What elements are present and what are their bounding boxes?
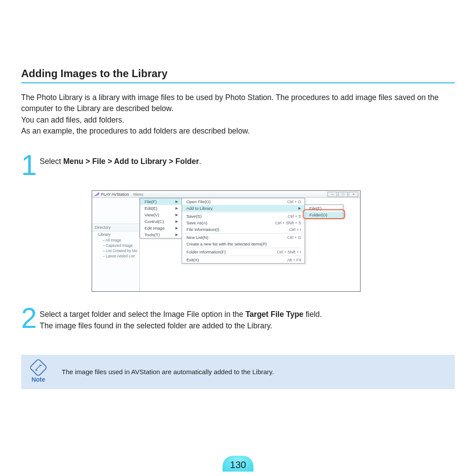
menu1-item-label: Edit(E) xyxy=(145,206,157,211)
submenu-arrow-icon: ▶ xyxy=(175,226,178,230)
menu2-item-label: Folder Information(F) xyxy=(186,249,226,254)
submenu-arrow-icon: ▶ xyxy=(175,233,178,237)
submenu-arrow-icon: ▶ xyxy=(175,213,178,217)
menu1-item-label: Control(C) xyxy=(145,219,164,224)
menu2-item-label: File Information(I) xyxy=(186,227,219,232)
sidebar: Directory Library – All Image – Captured… xyxy=(92,198,140,291)
menu-separator xyxy=(184,248,303,248)
menu1-view[interactable]: View(V)▶ xyxy=(140,212,182,218)
menu2-fileinfo[interactable]: File Information(I)Ctrl + I xyxy=(182,226,305,233)
app-title: PLAY AVStation xyxy=(101,192,129,197)
app-window: PLAY AVStation Menu — □ × Directory Libr… xyxy=(92,190,361,292)
step-2-body: Select a target folder and select the Im… xyxy=(40,306,455,332)
step-2-number: 2 xyxy=(21,306,40,332)
menu3-item-label: Folder(O) xyxy=(309,212,327,217)
menu-separator xyxy=(184,256,303,256)
sidebar-subitem[interactable]: – List Created by Me xyxy=(92,248,139,253)
menu2-folderinfo[interactable]: Folder Information(F)Ctrl + Shift + I xyxy=(182,249,305,255)
menu2-newlist[interactable]: New List(N)Ctrl + G xyxy=(182,234,305,241)
menu-separator xyxy=(184,233,303,234)
menu2-save[interactable]: Save(S)Ctrl + S xyxy=(182,213,305,219)
shortcut-label: Ctrl + Shift + I xyxy=(277,250,301,254)
note-box: Note The image files used in AVStation a… xyxy=(21,355,455,389)
shortcut-label: Ctrl + O xyxy=(287,200,301,204)
step-2-line1c: field. xyxy=(304,310,322,319)
menu2-createlist[interactable]: Create a new list with the selected item… xyxy=(182,241,305,247)
shortcut-label: Ctrl + Shift + S xyxy=(275,221,301,225)
window-min-button[interactable]: — xyxy=(327,192,337,197)
menu1-edit[interactable]: Edit(E)▶ xyxy=(140,205,182,212)
menu3-file[interactable]: File(F) xyxy=(305,205,343,212)
shortcut-label: Ctrl + S xyxy=(288,214,301,219)
step-2: 2 Select a target folder and select the … xyxy=(21,306,455,332)
section-title: Adding Images to the Library xyxy=(21,67,455,80)
menu-label[interactable]: Menu xyxy=(134,192,144,197)
intro-p2: You can add files, add folders. xyxy=(21,115,455,126)
note-icon xyxy=(29,358,48,376)
menu2-addtolibrary[interactable]: Add to Library▶ xyxy=(182,205,305,212)
menu1-tools[interactable]: Tools(T)▶ xyxy=(140,231,182,238)
submenu-arrow-icon: ▶ xyxy=(175,200,178,204)
step-2-line1b: Target File Type xyxy=(245,310,304,319)
menu1-item-label: Tools(T) xyxy=(145,232,160,237)
menu2-openfile[interactable]: Open File(O)Ctrl + O xyxy=(182,198,305,205)
note-text: The image files used in AVStation are au… xyxy=(62,368,274,376)
shortcut-label: Alt + F4 xyxy=(287,258,301,262)
app-logo-icon xyxy=(94,192,99,197)
submenu-arrow-icon: ▶ xyxy=(175,206,178,210)
menu1-editimage[interactable]: Edit Image▶ xyxy=(140,225,182,231)
sidebar-subitem[interactable]: – All Image xyxy=(92,238,139,243)
menu2-item-label: Create a new list with the selected item… xyxy=(186,242,267,246)
menu2-item-label: Save As(A) xyxy=(186,220,208,225)
note-label: Note xyxy=(31,376,45,383)
menu2-item-label: Exit(X) xyxy=(186,257,199,262)
intro-block: The Photo Library is a library with imag… xyxy=(21,92,455,137)
menu2-item-label: Save(S) xyxy=(186,214,201,219)
step-2-line2: The image files found in the selected fo… xyxy=(40,321,272,330)
menu1-item-label: File(F) xyxy=(145,199,156,204)
app-main-area: File(F)▶ Edit(E)▶ View(V)▶ Control(C)▶ E… xyxy=(140,198,360,291)
step-2-line1a: Select a target folder and select the Im… xyxy=(40,310,245,319)
titlebar: PLAY AVStation Menu — □ × xyxy=(92,191,360,198)
menu3-item-label: File(F) xyxy=(309,206,321,211)
shortcut-label: Ctrl + I xyxy=(289,227,301,232)
window-close-button[interactable]: × xyxy=(349,192,358,197)
screenshot: PLAY AVStation Menu — □ × Directory Libr… xyxy=(92,190,361,292)
sidebar-library-item[interactable]: Library xyxy=(92,231,139,238)
menu1-item-label: View(V) xyxy=(145,212,159,217)
sidebar-subitem[interactable]: – Latest Added List xyxy=(92,253,139,259)
shortcut-label: Ctrl + G xyxy=(287,235,301,240)
menu1-control[interactable]: Control(C)▶ xyxy=(140,218,182,225)
sidebar-directory-header: Directory xyxy=(92,223,139,231)
menu2-exit[interactable]: Exit(X)Alt + F4 xyxy=(182,257,305,263)
menu2-item-label: New List(N) xyxy=(186,235,208,240)
intro-p3: As an example, the procedures to add fol… xyxy=(21,126,455,137)
menu-level-3: File(F) Folder(O) xyxy=(305,205,343,219)
menu3-folder[interactable]: Folder(O) xyxy=(305,212,343,218)
step-1-suffix: . xyxy=(199,157,201,166)
menu2-item-label: Open File(O) xyxy=(186,199,211,204)
intro-p1: The Photo Library is a library with imag… xyxy=(21,92,455,115)
step-1: 1 Select Menu > File > Add to Library > … xyxy=(21,153,455,178)
step-1-body: Select Menu > File > Add to Library > Fo… xyxy=(40,153,455,178)
menu-level-1: File(F)▶ Edit(E)▶ View(V)▶ Control(C)▶ E… xyxy=(140,198,182,238)
submenu-arrow-icon: ▶ xyxy=(175,219,178,223)
submenu-arrow-icon: ▶ xyxy=(298,206,301,210)
menu-separator xyxy=(184,212,303,212)
window-max-button[interactable]: □ xyxy=(338,192,348,197)
step-1-number: 1 xyxy=(21,153,40,178)
menu1-file[interactable]: File(F)▶ xyxy=(140,198,182,205)
menu2-item-label: Add to Library xyxy=(186,206,212,211)
step-1-prefix: Select xyxy=(40,157,63,166)
menu1-item-label: Edit Image xyxy=(145,226,164,231)
step-1-bold: Menu > File > Add to Library > Folder xyxy=(63,157,199,166)
page-number: 130 xyxy=(223,456,253,472)
menu-level-2: Open File(O)Ctrl + O Add to Library▶ Sav… xyxy=(182,198,305,264)
title-rule xyxy=(21,82,455,83)
menu2-saveas[interactable]: Save As(A)Ctrl + Shift + S xyxy=(182,219,305,226)
sidebar-subitem[interactable]: – Captured Image xyxy=(92,243,139,248)
